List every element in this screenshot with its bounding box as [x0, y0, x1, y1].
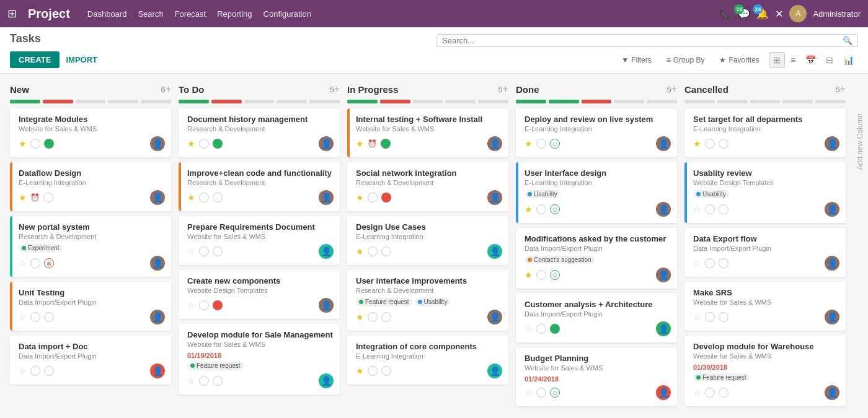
kanban-card[interactable]: Budget PlanningWebsite for Sales & WMS01…	[516, 347, 677, 406]
user-avatar[interactable]: A	[789, 5, 807, 22]
card-star[interactable]: ☆	[693, 388, 701, 398]
kanban-card[interactable]: Develop module for Sale ManagementWebsit…	[179, 324, 340, 394]
kanban-card[interactable]: User Interface designE-Learning Integrat…	[516, 162, 677, 223]
nav-right: 📞 💬 16 🔔 24 ✕ A Administrator	[719, 5, 861, 22]
card-avatar: 👤	[319, 373, 334, 388]
card-star[interactable]: ☆	[693, 258, 701, 268]
card-subtitle: E-Learning Integration	[356, 233, 502, 240]
kanban-card[interactable]: Data Export flowData Import/Export Plugi…	[684, 228, 846, 277]
card-star[interactable]: ★	[525, 270, 533, 280]
group-by-button[interactable]: ≡ Group By	[661, 53, 711, 67]
filters-button[interactable]: ▼ Filters	[616, 53, 657, 67]
card-title: Usablity review	[693, 168, 839, 178]
kanban-card[interactable]: Design Use CasesE-Learning Integration★👤	[347, 216, 508, 265]
col-add-new[interactable]: +	[166, 84, 171, 95]
kanban-card[interactable]: Integration of core componentsE-Learning…	[347, 336, 508, 385]
card-star[interactable]: ★	[356, 193, 364, 202]
import-button[interactable]: IMPORT	[66, 55, 97, 64]
card-star[interactable]: ★	[19, 193, 27, 202]
kanban-card[interactable]: Unit TestingData Import/Export Plugin☆👤	[10, 282, 171, 331]
kanban-card[interactable]: Set target for all deparmentsE-Learning …	[684, 108, 846, 157]
col-add-cancelled[interactable]: +	[840, 84, 846, 95]
card-circle-icon2	[43, 193, 53, 202]
card-star[interactable]: ☆	[187, 376, 195, 386]
notif-messages[interactable]: 💬 16	[738, 8, 750, 20]
kanban-card[interactable]: Customer analysis + ArchitectureData Imp…	[516, 294, 677, 342]
card-star[interactable]: ★	[525, 139, 533, 149]
card-star[interactable]: ★	[187, 139, 195, 149]
nav-search[interactable]: Search	[138, 9, 163, 19]
col-add-todo[interactable]: +	[334, 84, 340, 95]
kanban-card[interactable]: Integrate ModulesWebsite for Sales & WMS…	[10, 108, 171, 157]
nav-configuration[interactable]: Configuration	[264, 9, 311, 19]
card-star[interactable]: ★	[356, 246, 364, 256]
card-title: Create new components	[187, 276, 334, 285]
card-circle-icon2	[213, 246, 223, 256]
col-add-inprogress[interactable]: +	[503, 84, 508, 95]
card-avatar: 👤	[150, 310, 165, 324]
view-toggle: ⊞ ≡ 📅 ⊟ 📊	[769, 52, 858, 68]
kanban-card[interactable]: Modifications asked by the customerData …	[516, 228, 677, 289]
phone-icon[interactable]: 📞	[719, 8, 732, 20]
calendar-view-btn[interactable]: 📅	[801, 52, 820, 68]
notif-bell[interactable]: 🔔 24	[756, 8, 769, 20]
card-star[interactable]: ☆	[19, 366, 27, 376]
kanban-card[interactable]: Prepare Requirements DocumentWebsite for…	[179, 216, 340, 265]
graph-view-btn[interactable]: 📊	[839, 52, 858, 68]
close-icon[interactable]: ✕	[775, 8, 783, 20]
card-star[interactable]: ★	[356, 139, 364, 149]
card-avatar: 👤	[487, 244, 502, 259]
card-star[interactable]: ☆	[693, 204, 701, 214]
col-title-cancelled: Cancelled	[684, 84, 831, 95]
kanban-card[interactable]: Improve+clean code and functionalityRese…	[179, 162, 340, 211]
kanban-card[interactable]: Develop module for WarehouseWebsite for …	[684, 336, 846, 406]
card-circle-icon	[368, 246, 378, 256]
card-star[interactable]: ☆	[525, 388, 533, 398]
card-circle-icon	[536, 324, 546, 334]
card-star[interactable]: ★	[693, 139, 701, 149]
card-title: Unit Testing	[19, 288, 165, 297]
kanban-card[interactable]: Deploy and review on live systemE-Learni…	[516, 108, 677, 157]
card-tag: Usability	[693, 190, 729, 198]
card-star[interactable]: ★	[356, 366, 364, 376]
pivot-view-btn[interactable]: ⊟	[822, 52, 838, 68]
kanban-card[interactable]: Create new componentsWebsite Design Temp…	[179, 270, 340, 319]
kanban-view-btn[interactable]: ⊞	[769, 52, 785, 68]
card-star[interactable]: ★	[356, 312, 364, 322]
kanban-card[interactable]: Document history managementResearch & De…	[179, 108, 340, 157]
card-circle-icon2	[213, 376, 223, 386]
grid-icon[interactable]: ⊞	[7, 7, 17, 20]
col-add-done[interactable]: +	[671, 84, 677, 95]
card-star[interactable]: ☆	[525, 324, 533, 334]
kanban-card[interactable]: Usablity reviewWebsite Design TemplatesU…	[684, 162, 846, 223]
kanban-card[interactable]: Make SRSWebsite for Sales & WMS☆👤	[684, 282, 846, 331]
kanban-card[interactable]: New portal systemResearch & DevelopmentE…	[10, 216, 171, 277]
card-circle-icon	[705, 388, 715, 398]
card-star[interactable]: ☆	[693, 312, 701, 322]
nav-reporting[interactable]: Reporting	[217, 9, 252, 19]
kanban-card[interactable]: Dataflow DesignE-Learning Integration★⏰👤	[10, 162, 171, 211]
add-new-column[interactable]: Add new Column	[853, 84, 867, 175]
nav-dashboard[interactable]: Dashboard	[87, 9, 127, 19]
card-smiley-icon: ☺	[550, 388, 560, 398]
card-star[interactable]: ★	[187, 193, 195, 202]
nav-forecast[interactable]: Forecast	[175, 9, 206, 19]
card-circle-icon2	[381, 246, 391, 256]
card-star[interactable]: ☆	[187, 246, 195, 256]
search-input[interactable]	[442, 36, 843, 45]
favorites-button[interactable]: ★ Favorites	[714, 53, 764, 67]
card-subtitle: Research & Development	[356, 179, 502, 186]
card-avatar: 👤	[319, 244, 334, 259]
kanban-card[interactable]: Social network integrationResearch & Dev…	[347, 162, 508, 211]
kanban-card[interactable]: User interface improvementsResearch & De…	[347, 270, 508, 331]
card-star[interactable]: ★	[525, 204, 533, 214]
card-star[interactable]: ☆	[19, 312, 27, 322]
list-view-btn[interactable]: ≡	[786, 52, 800, 68]
kanban-col-cancelled: Cancelled 5 + Set target for all deparme…	[684, 84, 846, 406]
kanban-card[interactable]: Internal testing + Software InstallWebsi…	[347, 108, 508, 157]
kanban-card[interactable]: Data import + DocData Import/Export Plug…	[10, 336, 171, 385]
card-star[interactable]: ☆	[187, 300, 195, 310]
card-star[interactable]: ★	[19, 139, 27, 149]
create-button[interactable]: CREATE	[10, 51, 60, 68]
card-star[interactable]: ☆	[19, 258, 27, 268]
